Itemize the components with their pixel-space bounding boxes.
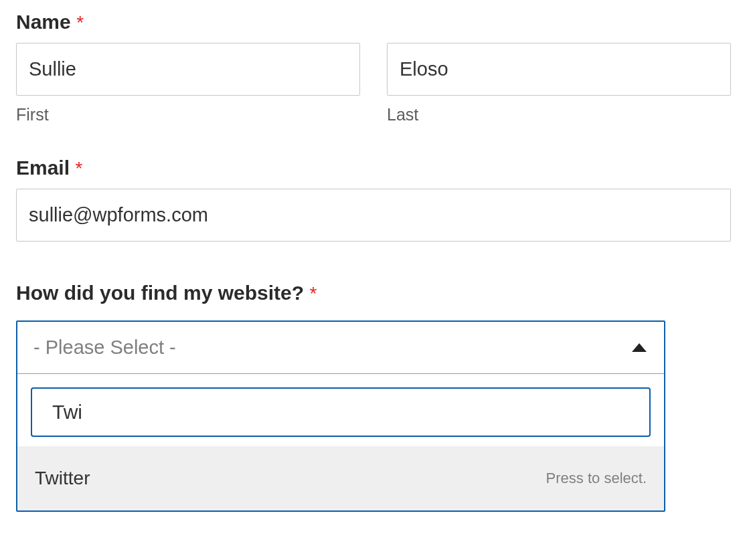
- email-label: Email: [16, 157, 70, 179]
- select-search-row: [17, 374, 664, 446]
- source-label: How did you find my website?: [16, 282, 304, 304]
- email-field: Email *: [16, 157, 731, 242]
- source-field: How did you find my website? * - Please …: [16, 282, 731, 512]
- name-row: First Last: [16, 43, 731, 124]
- select-header[interactable]: - Please Select -: [17, 322, 664, 374]
- select-search-input[interactable]: [31, 387, 651, 437]
- first-name-col: First: [16, 43, 360, 124]
- required-asterisk: *: [76, 158, 83, 179]
- required-asterisk: *: [76, 12, 84, 33]
- name-label: Name: [16, 11, 71, 33]
- caret-up-icon: [632, 343, 647, 352]
- source-select[interactable]: - Please Select - Twitter Press to selec…: [16, 320, 665, 512]
- first-name-input[interactable]: [16, 43, 360, 96]
- required-asterisk: *: [309, 283, 317, 304]
- last-name-input[interactable]: [387, 43, 731, 96]
- last-name-sublabel: Last: [387, 105, 731, 124]
- select-option-twitter[interactable]: Twitter Press to select.: [17, 446, 664, 510]
- email-input[interactable]: [16, 189, 731, 242]
- name-field: Name * First Last: [16, 11, 731, 124]
- last-name-col: Last: [387, 43, 731, 124]
- select-placeholder: - Please Select -: [33, 337, 176, 359]
- first-name-sublabel: First: [16, 105, 360, 124]
- option-hint: Press to select.: [546, 470, 647, 487]
- option-text: Twitter: [35, 468, 90, 489]
